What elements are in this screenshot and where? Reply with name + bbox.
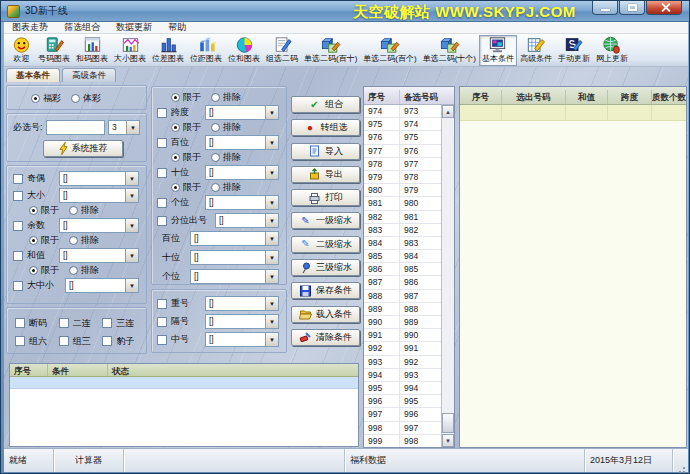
candidate-row[interactable]: 993 992 [364, 356, 441, 369]
chevron-down-icon[interactable] [265, 270, 278, 283]
break-code-checkbox[interactable] [15, 318, 25, 328]
result-selected-row[interactable] [460, 105, 686, 121]
toolbar-single-two-code-bs[interactable]: 单选二码(百十) [301, 35, 360, 66]
candidate-row[interactable]: 977 976 [364, 145, 441, 158]
big-small-checkbox[interactable] [13, 191, 23, 201]
middle-number-checkbox[interactable] [157, 335, 167, 345]
odd-even-select[interactable]: [] [59, 171, 139, 186]
first-level-filter-button[interactable]: ✎一级缩水 [291, 212, 360, 229]
toolbar-single-two-code-bg[interactable]: 单选二码(百个) [360, 35, 419, 66]
chevron-down-icon[interactable] [265, 232, 278, 245]
toolbar-diff-chart[interactable]: 位差图表 [149, 35, 187, 66]
big-small-exclude-radio[interactable] [69, 206, 78, 215]
candidate-row[interactable]: 978 977 [364, 158, 441, 171]
menu-data-update[interactable]: 数据更新 [108, 21, 160, 34]
menu-help[interactable]: 帮助 [160, 21, 194, 34]
toolbar-basic-condition[interactable]: 基本条件 [479, 35, 517, 66]
tens-checkbox[interactable] [157, 168, 167, 178]
remainder-exclude-radio[interactable] [69, 236, 78, 245]
two-consecutive-checkbox[interactable] [59, 318, 69, 328]
tab-basic-condition[interactable]: 基本条件 [6, 68, 60, 82]
menu-chart-trend[interactable]: 图表走势 [4, 21, 56, 34]
pos-units-select[interactable]: [] [190, 269, 279, 284]
remainder-limit-radio[interactable] [29, 236, 38, 245]
tab-advanced-condition[interactable]: 高级条件 [62, 68, 116, 82]
load-condition-button[interactable]: 载入条件 [291, 306, 360, 323]
maximize-button[interactable] [619, 1, 645, 15]
chevron-down-icon[interactable] [265, 196, 278, 209]
chevron-down-icon[interactable] [265, 136, 278, 149]
candidate-row[interactable]: 974 973 [364, 105, 441, 118]
ticai-radio[interactable] [71, 94, 80, 103]
triple-checkbox[interactable] [102, 336, 112, 346]
toolbar-sum-pie-chart[interactable]: 位和图表 [225, 35, 263, 66]
candidate-scrollbar[interactable] [441, 105, 454, 447]
chevron-down-icon[interactable] [126, 121, 139, 134]
chevron-down-icon[interactable] [265, 166, 278, 179]
scroll-thumb[interactable] [442, 413, 454, 433]
export-button[interactable]: 导出 [291, 166, 360, 183]
chevron-down-icon[interactable] [125, 249, 138, 262]
hundreds-limit-radio[interactable] [171, 123, 180, 132]
sum-value-checkbox[interactable] [13, 251, 23, 261]
units-select[interactable]: [] [205, 195, 279, 210]
group-three-checkbox[interactable] [59, 336, 69, 346]
candidate-row[interactable]: 999 998 [364, 435, 441, 447]
hundreds-select[interactable]: [] [205, 135, 279, 150]
middle-number-select[interactable]: [] [205, 332, 279, 347]
required-number-input[interactable] [46, 120, 105, 135]
position-number-select[interactable]: [] [215, 213, 279, 228]
import-button[interactable]: 导入 [291, 143, 360, 160]
fucai-radio[interactable] [31, 94, 40, 103]
chevron-down-icon[interactable] [125, 172, 138, 185]
candidate-row[interactable]: 992 991 [364, 342, 441, 355]
toolbar-advanced-condition[interactable]: 高级条件 [517, 35, 555, 66]
chevron-down-icon[interactable] [265, 297, 278, 310]
combine-button[interactable]: ✔组合 [291, 96, 360, 113]
toolbar-gap-chart[interactable]: 位距图表 [187, 35, 225, 66]
skip-number-select[interactable]: [] [205, 314, 279, 329]
candidate-row[interactable]: 986 985 [364, 263, 441, 276]
odd-even-checkbox[interactable] [13, 174, 23, 184]
candidate-row[interactable]: 997 996 [364, 408, 441, 421]
sum-value-select[interactable]: [] [59, 248, 139, 263]
system-recommend-button[interactable]: 系统推荐 [43, 140, 123, 157]
toolbar-group-two-code[interactable]: 组选二码 [263, 35, 301, 66]
chevron-down-icon[interactable] [125, 279, 138, 292]
big-small-select[interactable]: [] [59, 188, 139, 203]
remainder-select[interactable]: [] [59, 218, 139, 233]
toolbar-single-two-code-tg[interactable]: 单选二码(十个) [420, 35, 479, 66]
position-number-checkbox[interactable] [157, 216, 167, 226]
candidate-row[interactable]: 981 980 [364, 197, 441, 210]
close-button[interactable] [646, 1, 682, 15]
span-checkbox[interactable] [157, 108, 167, 118]
clear-condition-button[interactable]: 清除条件 [291, 329, 360, 346]
tens-exclude-radio[interactable] [211, 153, 220, 162]
repeat-number-checkbox[interactable] [157, 299, 167, 309]
second-level-filter-button[interactable]: ✎二级缩水 [291, 236, 360, 253]
hundreds-exclude-radio[interactable] [211, 123, 220, 132]
candidate-row[interactable]: 984 983 [364, 237, 441, 250]
chevron-down-icon[interactable] [265, 333, 278, 346]
skip-number-checkbox[interactable] [157, 317, 167, 327]
sum-value-exclude-radio[interactable] [69, 266, 78, 275]
chevron-down-icon[interactable] [265, 214, 278, 227]
units-checkbox[interactable] [157, 198, 167, 208]
candidate-row[interactable]: 988 987 [364, 290, 441, 303]
pos-hundreds-select[interactable]: [] [190, 231, 279, 246]
print-button[interactable]: 打印 [291, 189, 360, 206]
toolbar-welcome[interactable]: 欢迎 [8, 35, 35, 66]
span-select[interactable]: [] [205, 105, 279, 120]
candidate-row[interactable]: 990 989 [364, 316, 441, 329]
candidate-row[interactable]: 985 984 [364, 250, 441, 263]
third-level-filter-button[interactable]: 三级缩水 [291, 259, 360, 276]
big-mid-small-checkbox[interactable] [13, 281, 23, 291]
candidate-row[interactable]: 994 993 [364, 369, 441, 382]
units-limit-radio[interactable] [171, 183, 180, 192]
toolbar-manual-update[interactable]: 手动更新 [555, 35, 593, 66]
candidate-row[interactable]: 987 986 [364, 276, 441, 289]
candidate-row[interactable]: 975 974 [364, 118, 441, 131]
group-six-checkbox[interactable] [15, 336, 25, 346]
toolbar-online-update[interactable]: 网上更新 [593, 35, 631, 66]
three-consecutive-checkbox[interactable] [102, 318, 112, 328]
